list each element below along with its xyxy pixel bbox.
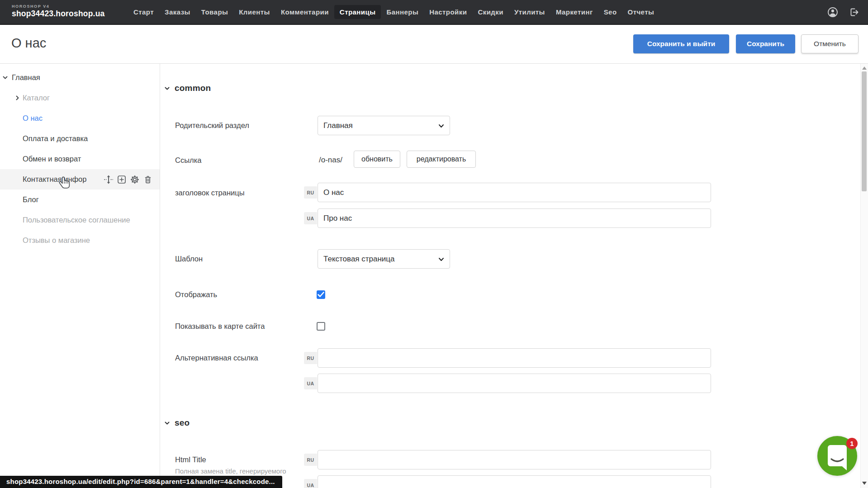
page-title-label: заголовок страницы xyxy=(175,189,245,197)
parent-section-select[interactable]: Главная xyxy=(318,116,450,135)
page-header: О нас Сохранить и выйти Сохранить Отмени… xyxy=(0,25,868,64)
tree-item-about[interactable]: О нас xyxy=(0,108,160,128)
select-chevron-icon xyxy=(438,256,445,263)
tree-item-user-agreement[interactable]: Пользовательское соглашение xyxy=(0,210,160,230)
tree-item-home[interactable]: Главная xyxy=(0,67,160,88)
move-icon[interactable] xyxy=(104,175,113,184)
html-title-label: Html Title xyxy=(175,455,206,464)
logo-domain-text: shop34423.horoshop.ua xyxy=(12,9,105,19)
sitemap-label: Показывать в карте сайта xyxy=(175,322,265,331)
mouse-hand-cursor xyxy=(57,175,73,192)
menu-item-discounts[interactable]: Скидки xyxy=(472,0,509,24)
pages-tree-sidebar: Главная Каталог О нас Оплата и доставка … xyxy=(0,64,160,488)
link-label: Ссылка xyxy=(175,156,201,165)
chevron-down-icon[interactable] xyxy=(2,75,8,81)
menu-item-products[interactable]: Товары xyxy=(196,0,233,24)
template-select[interactable]: Текстовая страница xyxy=(318,249,450,269)
link-edit-button[interactable]: редактировать xyxy=(407,151,476,168)
menu-item-settings[interactable]: Настройки xyxy=(424,0,472,24)
tree-item-payment-delivery[interactable]: Оплата и доставка xyxy=(0,128,160,149)
scroll-up-arrow-icon[interactable] xyxy=(862,66,867,70)
page-title-ua-input[interactable] xyxy=(318,208,711,228)
menu-item-reports[interactable]: Отчеты xyxy=(622,0,660,24)
tree-item-contact-info[interactable]: Контактная инфор xyxy=(0,169,160,190)
chat-widget: 1 xyxy=(817,436,857,476)
parent-section-label: Родительский раздел xyxy=(175,121,249,130)
checkmark-icon xyxy=(318,292,324,298)
section-header-common[interactable]: common xyxy=(164,83,211,93)
select-chevron-icon xyxy=(438,123,445,129)
content-area: Главная Каталог О нас Оплата и доставка … xyxy=(0,64,868,488)
alt-link-label: Альтернативная ссылка xyxy=(175,354,258,362)
menu-item-marketing[interactable]: Маркетинг xyxy=(550,0,598,24)
logout-icon[interactable] xyxy=(849,7,860,18)
menu-item-comments[interactable]: Комментарии xyxy=(275,0,334,24)
lang-badge-ua: UA xyxy=(304,377,317,389)
page-title-ru-input[interactable] xyxy=(318,183,711,202)
template-label: Шаблон xyxy=(175,255,203,263)
tree-item-exchange-return[interactable]: Обмен и возврат xyxy=(0,149,160,169)
save-button[interactable]: Сохранить xyxy=(736,34,795,53)
lang-badge-ru: RU xyxy=(304,352,317,364)
sitemap-checkbox[interactable] xyxy=(317,322,325,331)
section-collapse-icon[interactable] xyxy=(164,85,170,91)
menu-item-start[interactable]: Старт xyxy=(128,0,159,24)
settings-gear-icon[interactable] xyxy=(130,175,139,184)
scrollbar-thumb[interactable] xyxy=(862,71,867,191)
display-checkbox[interactable] xyxy=(317,290,325,299)
browser-status-url: shop34423.horoshop.ua/edit/edit.php?id=6… xyxy=(0,476,282,488)
account-icon[interactable] xyxy=(827,7,838,18)
logo-version-text: HOROSHOP V4 xyxy=(12,4,105,9)
tree-item-blog[interactable]: Блог xyxy=(0,190,160,210)
link-value: /o-nas/ xyxy=(319,156,342,165)
page-edit-form: common Родительский раздел Главная Ссылк… xyxy=(161,64,861,488)
section-header-seo[interactable]: seo xyxy=(164,418,190,428)
alt-link-ua-input[interactable] xyxy=(318,374,711,393)
main-menu: Старт Заказы Товары Клиенты Комментарии … xyxy=(128,0,659,24)
lang-badge-ru: RU xyxy=(304,186,317,199)
tree-item-catalog[interactable]: Каталог xyxy=(0,88,160,108)
save-and-exit-button[interactable]: Сохранить и выйти xyxy=(633,34,729,53)
chevron-right-icon[interactable] xyxy=(14,95,20,101)
menu-item-orders[interactable]: Заказы xyxy=(159,0,196,24)
menu-item-utilities[interactable]: Утилиты xyxy=(509,0,550,24)
html-title-hint: Полная замена title, генерируемого xyxy=(175,467,286,475)
html-title-ua-input[interactable] xyxy=(318,475,711,488)
menu-item-seo[interactable]: Seo xyxy=(598,0,622,24)
chat-unread-badge: 1 xyxy=(846,438,858,449)
alt-link-ru-input[interactable] xyxy=(318,348,711,368)
section-collapse-icon[interactable] xyxy=(164,420,170,426)
link-update-button[interactable]: обновить xyxy=(354,151,400,168)
menu-item-pages[interactable]: Страницы xyxy=(334,0,381,24)
delete-trash-icon[interactable] xyxy=(143,175,152,184)
display-label: Отображать xyxy=(175,290,217,299)
menu-item-banners[interactable]: Баннеры xyxy=(381,0,424,24)
vertical-scrollbar[interactable] xyxy=(860,64,868,488)
scroll-down-arrow-icon[interactable] xyxy=(862,482,867,485)
lang-badge-ru: RU xyxy=(304,454,317,466)
lang-badge-ua: UA xyxy=(304,212,317,224)
html-title-ru-input[interactable] xyxy=(318,450,711,469)
top-navigation-bar: HOROSHOP V4 shop34423.horoshop.ua Старт … xyxy=(0,0,868,25)
app-logo[interactable]: HOROSHOP V4 shop34423.horoshop.ua xyxy=(12,4,105,19)
lang-badge-ua: UA xyxy=(304,479,317,488)
cancel-button[interactable]: Отменить xyxy=(801,34,859,53)
page-title: О нас xyxy=(11,36,46,51)
tree-item-store-reviews[interactable]: Отзывы о магазине xyxy=(0,230,160,251)
add-page-icon[interactable] xyxy=(117,175,126,184)
menu-item-clients[interactable]: Клиенты xyxy=(233,0,275,24)
